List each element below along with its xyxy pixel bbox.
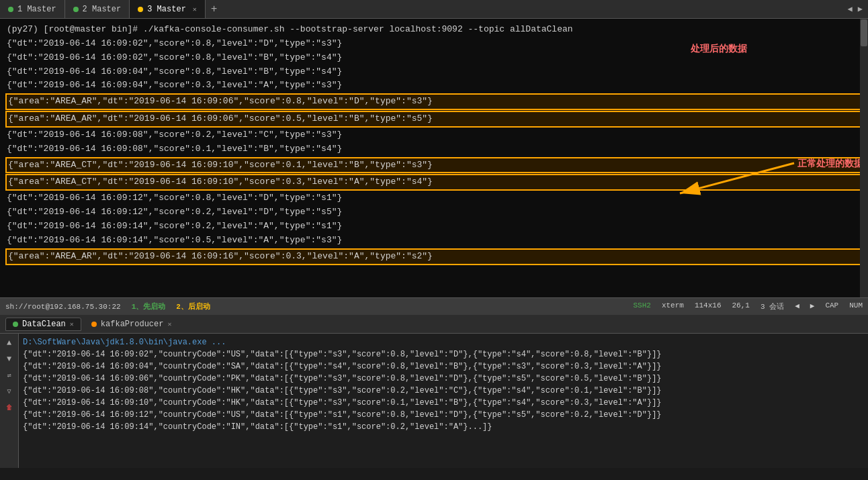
bottom-data-lines: {"dt":"2019-06-14 16:09:02","countryCode… — [23, 348, 864, 433]
terminal-line-4: {"area":"AREA_AR","dt":"2019-06-14 16:09… — [5, 93, 863, 110]
tab-1-label: 1 Master — [17, 5, 56, 14]
bottom-data-line-6: {"dt":"2019-06-14 16:09:14","countryCode… — [23, 421, 864, 433]
tab-1[interactable]: 1 Master — [0, 0, 65, 18]
clear-btn[interactable]: 🗑 — [3, 401, 16, 414]
nav-right-arrow[interactable]: ▶ — [810, 301, 815, 311]
status-size: 114x16 — [695, 301, 722, 311]
btab-kafka-dot — [91, 322, 97, 327]
bottom-content: ▲ ▼ ⇌ ▽ 🗑 D:\SoftWare\Java\jdk1.8.0\bin\… — [0, 334, 868, 468]
tab-2-dot — [73, 7, 79, 12]
tab-2-label: 2 Master — [83, 5, 122, 14]
bottom-tabs: DataClean ✕ kafkaProducer ✕ — [0, 315, 868, 334]
bottom-data-line-5: {"dt":"2019-06-14 16:09:12","countryCode… — [23, 409, 864, 421]
status-label1: 1、先启动 — [132, 301, 166, 311]
nav-prev[interactable]: ◀ — [848, 4, 853, 14]
bottom-data-line-2: {"dt":"2019-06-14 16:09:06","countryCode… — [23, 373, 864, 385]
nav-left-arrow[interactable]: ◀ — [795, 301, 799, 311]
terminal-line-5: {"area":"AREA_AR","dt":"2019-06-14 16:09… — [5, 111, 863, 128]
terminal-line-10: {"dt":"2019-06-14 16:09:12","score":0.8,… — [5, 191, 863, 205]
terminal-line-8: {"area":"AREA_CT","dt":"2019-06-14 16:09… — [5, 157, 863, 174]
tab-nav-right: ◀ ▶ — [848, 4, 868, 14]
bottom-data-line-0: {"dt":"2019-06-14 16:09:02","countryCode… — [23, 348, 864, 361]
nav-next[interactable]: ▶ — [858, 4, 863, 14]
bottom-data-line-3: {"dt":"2019-06-14 16:09:08","countryCode… — [23, 385, 864, 397]
side-buttons: ▲ ▼ ⇌ ▽ 🗑 — [0, 334, 19, 468]
btab-dataclean[interactable]: DataClean ✕ — [5, 318, 81, 331]
scrollbar-thumb — [861, 19, 867, 46]
status-position: 26,1 — [732, 301, 750, 311]
bottom-data-line-1: {"dt":"2019-06-14 16:09:04","countryCode… — [23, 361, 864, 373]
tab-3-close[interactable]: ✕ — [193, 5, 197, 13]
status-caps: CAP — [825, 301, 838, 311]
scroll-down-btn[interactable]: ▼ — [3, 352, 16, 366]
java-command-line: D:\SoftWare\Java\jdk1.8.0\bin\java.exe .… — [23, 336, 864, 348]
btab-kafkaproducer-label: kafkaProducer — [101, 320, 164, 329]
tab-bar: 1 Master 2 Master 3 Master ✕ + ◀ ▶ — [0, 0, 868, 19]
terminal-line-9: {"area":"AREA_CT","dt":"2019-06-14 16:09… — [5, 174, 863, 191]
btab-kafkaproducer-close[interactable]: ✕ — [167, 320, 171, 328]
terminal-line-11: {"dt":"2019-06-14 16:09:12","score":0.2,… — [5, 205, 863, 220]
terminal-line-1: {"dt":"2019-06-14 16:09:02","score":0.8,… — [5, 51, 863, 65]
status-label2: 2、后启动 — [176, 301, 210, 311]
tab-3[interactable]: 3 Master ✕ — [130, 0, 206, 18]
terminal-line-14: {"area":"AREA_AR","dt":"2019-06-14 16:09… — [5, 248, 863, 265]
scroll-up-btn[interactable]: ▲ — [3, 336, 16, 350]
btab-dataclean-label: DataClean — [22, 320, 66, 329]
btab-kafkaproducer[interactable]: kafkaProducer ✕ — [84, 318, 179, 331]
bottom-data-line-4: {"dt":"2019-06-14 16:09:10","countryCode… — [23, 397, 864, 409]
wrap-btn[interactable]: ⇌ — [3, 369, 16, 382]
filter-btn[interactable]: ▽ — [3, 385, 16, 398]
terminal-lines: {"dt":"2019-06-14 16:09:02","score":0.8,… — [5, 37, 863, 265]
terminal-line-12: {"dt":"2019-06-14 16:09:14","score":0.2,… — [5, 220, 863, 234]
tab-add-button[interactable]: + — [206, 0, 223, 18]
status-term: xterm — [662, 301, 684, 311]
btab-dataclean-dot — [13, 322, 18, 327]
tab-1-dot — [8, 7, 13, 12]
terminal-line-0: {"dt":"2019-06-14 16:09:02","score":0.8,… — [5, 37, 863, 51]
status-num: NUM — [849, 301, 863, 311]
status-bar: sh://root@192.168.75.30:22 1、先启动 2、后启动 S… — [0, 297, 868, 315]
content-area: D:\SoftWare\Java\jdk1.8.0\bin\java.exe .… — [19, 334, 868, 436]
terminal-line-7: {"dt":"2019-06-14 16:09:08","score":0.1,… — [5, 142, 863, 156]
tab-2[interactable]: 2 Master — [65, 0, 130, 18]
terminal-area: (py27) [root@master bin]# ./kafka-consol… — [0, 19, 868, 297]
terminal-scrollbar[interactable] — [860, 19, 868, 297]
terminal-line-6: {"dt":"2019-06-14 16:09:08","score":0.2,… — [5, 128, 863, 142]
btab-dataclean-close[interactable]: ✕ — [70, 320, 74, 328]
terminal-line-2: {"dt":"2019-06-14 16:09:04","score":0.8,… — [5, 65, 863, 79]
terminal-line-13: {"dt":"2019-06-14 16:09:14","score":0.5,… — [5, 234, 863, 248]
tab-3-label: 3 Master — [147, 5, 186, 14]
status-right: SSH2 xterm 114x16 26,1 3 会话 ◀ ▶ CAP NUM — [633, 301, 863, 311]
status-ssh: SSH2 — [633, 301, 650, 311]
terminal-command: (py27) [root@master bin]# ./kafka-consol… — [5, 23, 863, 37]
terminal-line-3: {"dt":"2019-06-14 16:09:04","score":0.3,… — [5, 79, 863, 93]
tab-3-dot — [138, 7, 143, 12]
ssh-path: sh://root@192.168.75.30:22 — [5, 303, 121, 311]
status-sessions: 3 会话 — [761, 301, 784, 311]
